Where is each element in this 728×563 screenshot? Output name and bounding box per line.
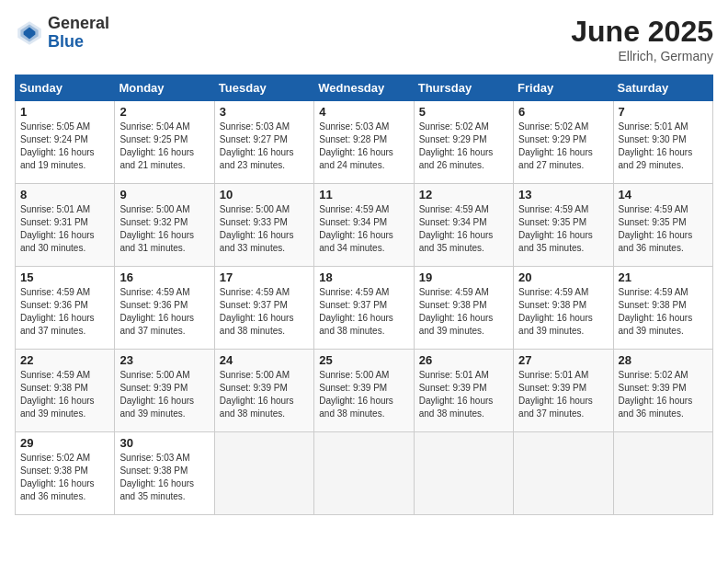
logo-general: General [48,15,109,33]
logo-icon [15,18,44,48]
day-number: 16 [119,270,209,284]
calendar-table: SundayMondayTuesdayWednesdayThursdayFrid… [15,75,713,515]
cell-info: Sunrise: 4:59 AMSunset: 9:37 PMDaylight:… [220,287,294,336]
calendar-cell: 10 Sunrise: 5:00 AMSunset: 9:33 PMDaylig… [214,184,313,267]
day-header-tuesday: Tuesday [214,75,313,101]
day-number: 1 [20,105,109,119]
calendar-cell: 20 Sunrise: 4:59 AMSunset: 9:38 PMDaylig… [514,267,613,350]
cell-info: Sunrise: 5:02 AMSunset: 9:29 PMDaylight:… [518,121,593,170]
calendar-cell [613,432,712,515]
logo: General Blue [15,15,109,52]
calendar-cell: 17 Sunrise: 4:59 AMSunset: 9:37 PMDaylig… [214,267,313,350]
calendar-cell: 16 Sunrise: 4:59 AMSunset: 9:36 PMDaylig… [115,267,214,350]
day-number: 30 [119,436,209,450]
calendar-cell: 6 Sunrise: 5:02 AMSunset: 9:29 PMDayligh… [514,101,613,184]
calendar-week-row: 15 Sunrise: 4:59 AMSunset: 9:36 PMDaylig… [16,267,713,350]
calendar-cell: 4 Sunrise: 5:03 AMSunset: 9:28 PMDayligh… [314,101,414,184]
calendar-cell: 11 Sunrise: 4:59 AMSunset: 9:34 PMDaylig… [314,184,414,267]
calendar-cell: 12 Sunrise: 4:59 AMSunset: 9:34 PMDaylig… [414,184,513,267]
cell-info: Sunrise: 5:03 AMSunset: 9:28 PMDaylight:… [319,121,393,170]
cell-info: Sunrise: 4:59 AMSunset: 9:34 PMDaylight:… [319,204,393,253]
calendar-cell: 5 Sunrise: 5:02 AMSunset: 9:29 PMDayligh… [414,101,513,184]
cell-info: Sunrise: 5:00 AMSunset: 9:39 PMDaylight:… [220,370,294,419]
day-header-wednesday: Wednesday [314,75,414,101]
calendar-cell: 18 Sunrise: 4:59 AMSunset: 9:37 PMDaylig… [314,267,414,350]
cell-info: Sunrise: 5:03 AMSunset: 9:38 PMDaylight:… [119,453,194,501]
month-title: June 2025 [571,15,713,49]
day-number: 17 [220,270,309,284]
calendar-cell: 13 Sunrise: 4:59 AMSunset: 9:35 PMDaylig… [514,184,613,267]
calendar-cell [414,432,513,515]
day-header-saturday: Saturday [613,75,712,101]
cell-info: Sunrise: 5:01 AMSunset: 9:31 PMDaylight:… [20,204,95,253]
calendar-cell [214,432,313,515]
cell-info: Sunrise: 4:59 AMSunset: 9:38 PMDaylight:… [20,370,95,419]
cell-info: Sunrise: 5:02 AMSunset: 9:38 PMDaylight:… [20,453,95,501]
cell-info: Sunrise: 4:59 AMSunset: 9:38 PMDaylight:… [419,287,494,336]
cell-info: Sunrise: 4:59 AMSunset: 9:36 PMDaylight:… [119,287,194,336]
calendar-cell: 9 Sunrise: 5:00 AMSunset: 9:32 PMDayligh… [115,184,214,267]
cell-info: Sunrise: 5:02 AMSunset: 9:29 PMDaylight:… [419,121,494,170]
calendar-cell: 15 Sunrise: 4:59 AMSunset: 9:36 PMDaylig… [16,267,115,350]
cell-info: Sunrise: 5:03 AMSunset: 9:27 PMDaylight:… [220,121,294,170]
location: Ellrich, Germany [571,49,713,63]
calendar-cell: 8 Sunrise: 5:01 AMSunset: 9:31 PMDayligh… [16,184,115,267]
calendar-body: 1 Sunrise: 5:05 AMSunset: 9:24 PMDayligh… [16,101,713,515]
calendar-cell: 1 Sunrise: 5:05 AMSunset: 9:24 PMDayligh… [16,101,115,184]
calendar-cell [314,432,414,515]
cell-info: Sunrise: 5:01 AMSunset: 9:39 PMDaylight:… [518,370,593,419]
cell-info: Sunrise: 5:05 AMSunset: 9:24 PMDaylight:… [20,121,95,170]
calendar-cell: 7 Sunrise: 5:01 AMSunset: 9:30 PMDayligh… [613,101,712,184]
title-block: June 2025 Ellrich, Germany [571,15,713,63]
day-header-monday: Monday [115,75,214,101]
calendar-cell: 3 Sunrise: 5:03 AMSunset: 9:27 PMDayligh… [214,101,313,184]
calendar-week-row: 1 Sunrise: 5:05 AMSunset: 9:24 PMDayligh… [16,101,713,184]
cell-info: Sunrise: 5:01 AMSunset: 9:39 PMDaylight:… [419,370,494,419]
day-number: 7 [619,105,708,119]
cell-info: Sunrise: 5:00 AMSunset: 9:33 PMDaylight:… [220,204,294,253]
cell-info: Sunrise: 4:59 AMSunset: 9:34 PMDaylight:… [419,204,494,253]
day-number: 28 [619,353,708,367]
calendar-cell: 23 Sunrise: 5:00 AMSunset: 9:39 PMDaylig… [115,350,214,432]
day-number: 4 [319,105,408,119]
day-number: 12 [419,188,508,201]
day-number: 11 [319,188,408,201]
day-number: 6 [518,105,608,119]
cell-info: Sunrise: 5:00 AMSunset: 9:32 PMDaylight:… [119,204,194,253]
calendar-cell: 19 Sunrise: 4:59 AMSunset: 9:38 PMDaylig… [414,267,513,350]
day-number: 8 [20,188,109,201]
cell-info: Sunrise: 4:59 AMSunset: 9:38 PMDaylight:… [619,287,693,336]
day-number: 5 [419,105,508,119]
day-number: 22 [20,353,109,367]
cell-info: Sunrise: 5:04 AMSunset: 9:25 PMDaylight:… [119,121,194,170]
day-number: 25 [319,353,408,367]
logo-blue: Blue [48,33,109,52]
day-number: 21 [619,270,708,284]
day-number: 13 [518,188,608,201]
day-number: 18 [319,270,408,284]
day-header-thursday: Thursday [414,75,513,101]
cell-info: Sunrise: 4:59 AMSunset: 9:36 PMDaylight:… [20,287,95,336]
cell-info: Sunrise: 4:59 AMSunset: 9:35 PMDaylight:… [518,204,593,253]
calendar-cell: 27 Sunrise: 5:01 AMSunset: 9:39 PMDaylig… [514,350,613,432]
day-header-friday: Friday [514,75,613,101]
day-number: 27 [518,353,608,367]
day-number: 29 [20,436,109,450]
calendar-cell: 21 Sunrise: 4:59 AMSunset: 9:38 PMDaylig… [613,267,712,350]
calendar-cell [514,432,613,515]
cell-info: Sunrise: 4:59 AMSunset: 9:37 PMDaylight:… [319,287,393,336]
calendar-header-row: SundayMondayTuesdayWednesdayThursdayFrid… [16,75,713,101]
calendar-week-row: 29 Sunrise: 5:02 AMSunset: 9:38 PMDaylig… [16,432,713,515]
calendar-week-row: 22 Sunrise: 4:59 AMSunset: 9:38 PMDaylig… [16,350,713,432]
cell-info: Sunrise: 5:01 AMSunset: 9:30 PMDaylight:… [619,121,693,170]
calendar-cell: 30 Sunrise: 5:03 AMSunset: 9:38 PMDaylig… [115,432,214,515]
day-number: 15 [20,270,109,284]
cell-info: Sunrise: 4:59 AMSunset: 9:35 PMDaylight:… [619,204,693,253]
day-number: 10 [220,188,309,201]
day-header-sunday: Sunday [16,75,115,101]
calendar-cell: 28 Sunrise: 5:02 AMSunset: 9:39 PMDaylig… [613,350,712,432]
day-number: 23 [119,353,209,367]
calendar-cell: 25 Sunrise: 5:00 AMSunset: 9:39 PMDaylig… [314,350,414,432]
page-header: General Blue June 2025 Ellrich, Germany [15,15,713,63]
cell-info: Sunrise: 5:00 AMSunset: 9:39 PMDaylight:… [119,370,194,419]
